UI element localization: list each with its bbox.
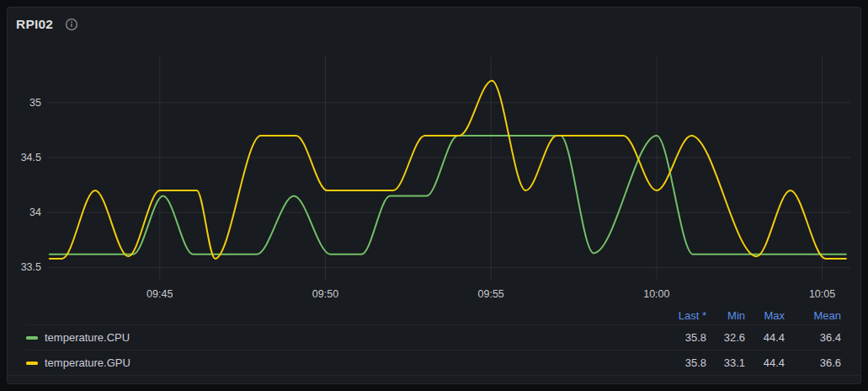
x-axis-label: 09:45 xyxy=(130,287,189,301)
x-axis-label: 09:50 xyxy=(296,287,354,301)
legend-value-max: 44.4 xyxy=(745,356,785,369)
series-label[interactable]: temperature.CPU xyxy=(45,331,130,344)
legend-header-row: Last *MinMaxMean xyxy=(26,306,841,324)
legend-value-max: 44.4 xyxy=(745,331,785,344)
legend-value-min: 33.1 xyxy=(706,356,745,369)
legend-value-last: 35.8 xyxy=(647,356,706,369)
x-axis-label: 10:05 xyxy=(793,287,852,301)
y-axis-label: 35 xyxy=(8,96,41,110)
legend-value-last: 35.8 xyxy=(647,331,706,344)
y-axis-label: 33.5 xyxy=(8,260,41,274)
legend-table: Last *MinMaxMeantemperature.CPU35.832.64… xyxy=(8,306,860,376)
legend-column-header-last[interactable]: Last * xyxy=(647,309,706,322)
temperature.CPU-line[interactable] xyxy=(50,136,846,254)
series-color-swatch[interactable] xyxy=(26,336,38,340)
y-axis-label: 34 xyxy=(8,206,41,219)
legend-row: temperature.GPU35.833.144.436.6 xyxy=(26,350,841,375)
legend-value-mean: 36.6 xyxy=(785,356,841,369)
grafana-panel: RPI02 33.53434.535 09:4509:5009:5510:001… xyxy=(7,7,861,384)
temperature.GPU-line[interactable] xyxy=(50,81,846,259)
legend-column-header-max[interactable]: Max xyxy=(745,309,785,322)
legend-series: temperature.CPU xyxy=(26,331,647,344)
series-color-swatch[interactable] xyxy=(26,362,38,365)
legend-value-min: 32.6 xyxy=(706,331,745,344)
legend-row: temperature.CPU35.832.644.436.4 xyxy=(26,324,841,350)
series-label[interactable]: temperature.GPU xyxy=(45,356,130,369)
y-axis-label: 34.5 xyxy=(8,151,41,164)
x-axis-label: 09:55 xyxy=(461,287,520,301)
legend-column-header-mean[interactable]: Mean xyxy=(785,309,841,322)
x-axis-label: 10:00 xyxy=(627,287,686,301)
time-series-plot[interactable] xyxy=(47,56,850,281)
legend-value-mean: 36.4 xyxy=(785,331,841,344)
legend-series: temperature.GPU xyxy=(26,356,647,369)
legend-column-header-min[interactable]: Min xyxy=(706,309,745,322)
